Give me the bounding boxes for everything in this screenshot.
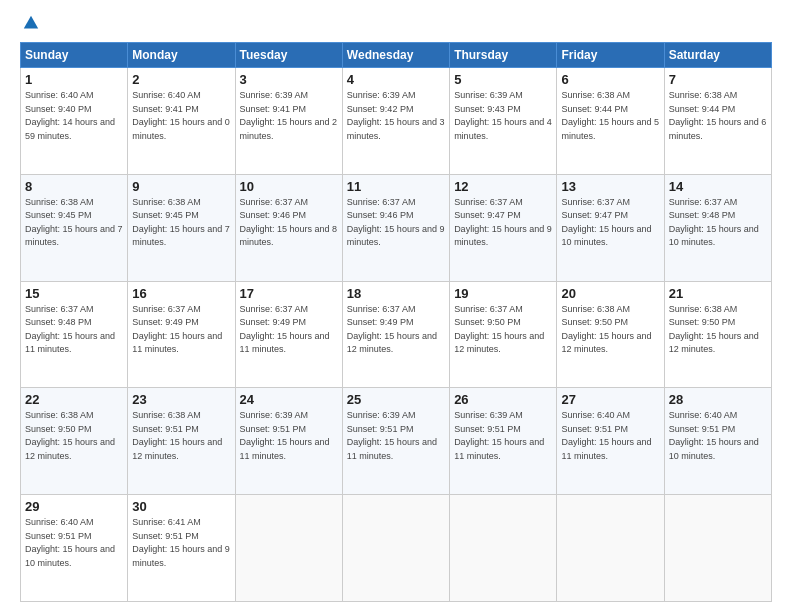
day-info: Sunrise: 6:37 AMSunset: 9:47 PMDaylight:… [561, 197, 651, 248]
table-row: 2 Sunrise: 6:40 AMSunset: 9:41 PMDayligh… [128, 68, 235, 175]
day-info: Sunrise: 6:40 AMSunset: 9:51 PMDaylight:… [561, 410, 651, 461]
table-row: 8 Sunrise: 6:38 AMSunset: 9:45 PMDayligh… [21, 174, 128, 281]
empty-cell [235, 495, 342, 602]
day-info: Sunrise: 6:38 AMSunset: 9:45 PMDaylight:… [25, 197, 123, 248]
day-info: Sunrise: 6:40 AMSunset: 9:51 PMDaylight:… [669, 410, 759, 461]
day-info: Sunrise: 6:40 AMSunset: 9:41 PMDaylight:… [132, 90, 230, 141]
table-row: 6 Sunrise: 6:38 AMSunset: 9:44 PMDayligh… [557, 68, 664, 175]
table-row: 22 Sunrise: 6:38 AMSunset: 9:50 PMDaylig… [21, 388, 128, 495]
table-row: 20 Sunrise: 6:38 AMSunset: 9:50 PMDaylig… [557, 281, 664, 388]
table-row: 10 Sunrise: 6:37 AMSunset: 9:46 PMDaylig… [235, 174, 342, 281]
calendar-week-row: 22 Sunrise: 6:38 AMSunset: 9:50 PMDaylig… [21, 388, 772, 495]
table-row: 5 Sunrise: 6:39 AMSunset: 9:43 PMDayligh… [450, 68, 557, 175]
day-number: 12 [454, 179, 552, 194]
day-info: Sunrise: 6:39 AMSunset: 9:41 PMDaylight:… [240, 90, 338, 141]
day-info: Sunrise: 6:40 AMSunset: 9:40 PMDaylight:… [25, 90, 115, 141]
day-number: 26 [454, 392, 552, 407]
table-row: 15 Sunrise: 6:37 AMSunset: 9:48 PMDaylig… [21, 281, 128, 388]
day-info: Sunrise: 6:37 AMSunset: 9:47 PMDaylight:… [454, 197, 552, 248]
table-row: 4 Sunrise: 6:39 AMSunset: 9:42 PMDayligh… [342, 68, 449, 175]
day-info: Sunrise: 6:38 AMSunset: 9:44 PMDaylight:… [561, 90, 659, 141]
day-info: Sunrise: 6:37 AMSunset: 9:46 PMDaylight:… [240, 197, 338, 248]
day-info: Sunrise: 6:37 AMSunset: 9:46 PMDaylight:… [347, 197, 445, 248]
logo [20, 16, 40, 32]
table-row: 29 Sunrise: 6:40 AMSunset: 9:51 PMDaylig… [21, 495, 128, 602]
calendar-week-row: 29 Sunrise: 6:40 AMSunset: 9:51 PMDaylig… [21, 495, 772, 602]
table-row: 13 Sunrise: 6:37 AMSunset: 9:47 PMDaylig… [557, 174, 664, 281]
day-number: 21 [669, 286, 767, 301]
day-number: 8 [25, 179, 123, 194]
col-sunday: Sunday [21, 43, 128, 68]
day-number: 3 [240, 72, 338, 87]
col-tuesday: Tuesday [235, 43, 342, 68]
day-number: 6 [561, 72, 659, 87]
table-row: 11 Sunrise: 6:37 AMSunset: 9:46 PMDaylig… [342, 174, 449, 281]
table-row: 14 Sunrise: 6:37 AMSunset: 9:48 PMDaylig… [664, 174, 771, 281]
day-number: 11 [347, 179, 445, 194]
col-wednesday: Wednesday [342, 43, 449, 68]
col-friday: Friday [557, 43, 664, 68]
day-number: 22 [25, 392, 123, 407]
day-number: 5 [454, 72, 552, 87]
day-info: Sunrise: 6:37 AMSunset: 9:50 PMDaylight:… [454, 304, 544, 355]
day-info: Sunrise: 6:38 AMSunset: 9:50 PMDaylight:… [561, 304, 651, 355]
day-info: Sunrise: 6:37 AMSunset: 9:49 PMDaylight:… [132, 304, 222, 355]
day-number: 18 [347, 286, 445, 301]
day-number: 10 [240, 179, 338, 194]
calendar-week-row: 8 Sunrise: 6:38 AMSunset: 9:45 PMDayligh… [21, 174, 772, 281]
day-number: 2 [132, 72, 230, 87]
table-row: 26 Sunrise: 6:39 AMSunset: 9:51 PMDaylig… [450, 388, 557, 495]
day-number: 15 [25, 286, 123, 301]
day-number: 1 [25, 72, 123, 87]
logo-icon [22, 14, 40, 32]
empty-cell [342, 495, 449, 602]
table-row: 28 Sunrise: 6:40 AMSunset: 9:51 PMDaylig… [664, 388, 771, 495]
table-row: 3 Sunrise: 6:39 AMSunset: 9:41 PMDayligh… [235, 68, 342, 175]
day-number: 29 [25, 499, 123, 514]
empty-cell [557, 495, 664, 602]
day-number: 20 [561, 286, 659, 301]
day-info: Sunrise: 6:38 AMSunset: 9:50 PMDaylight:… [25, 410, 115, 461]
day-number: 19 [454, 286, 552, 301]
day-number: 9 [132, 179, 230, 194]
day-info: Sunrise: 6:40 AMSunset: 9:51 PMDaylight:… [25, 517, 115, 568]
page: Sunday Monday Tuesday Wednesday Thursday… [0, 0, 792, 612]
day-info: Sunrise: 6:39 AMSunset: 9:42 PMDaylight:… [347, 90, 445, 141]
calendar-header-row: Sunday Monday Tuesday Wednesday Thursday… [21, 43, 772, 68]
table-row: 25 Sunrise: 6:39 AMSunset: 9:51 PMDaylig… [342, 388, 449, 495]
day-number: 14 [669, 179, 767, 194]
svg-marker-0 [24, 16, 38, 29]
table-row: 9 Sunrise: 6:38 AMSunset: 9:45 PMDayligh… [128, 174, 235, 281]
day-info: Sunrise: 6:38 AMSunset: 9:44 PMDaylight:… [669, 90, 767, 141]
day-number: 4 [347, 72, 445, 87]
day-info: Sunrise: 6:38 AMSunset: 9:50 PMDaylight:… [669, 304, 759, 355]
day-info: Sunrise: 6:39 AMSunset: 9:51 PMDaylight:… [240, 410, 330, 461]
table-row: 16 Sunrise: 6:37 AMSunset: 9:49 PMDaylig… [128, 281, 235, 388]
day-number: 13 [561, 179, 659, 194]
day-info: Sunrise: 6:37 AMSunset: 9:48 PMDaylight:… [669, 197, 759, 248]
table-row: 1 Sunrise: 6:40 AMSunset: 9:40 PMDayligh… [21, 68, 128, 175]
day-info: Sunrise: 6:39 AMSunset: 9:51 PMDaylight:… [454, 410, 544, 461]
day-info: Sunrise: 6:41 AMSunset: 9:51 PMDaylight:… [132, 517, 230, 568]
day-info: Sunrise: 6:39 AMSunset: 9:43 PMDaylight:… [454, 90, 552, 141]
day-number: 30 [132, 499, 230, 514]
calendar-table: Sunday Monday Tuesday Wednesday Thursday… [20, 42, 772, 602]
table-row: 21 Sunrise: 6:38 AMSunset: 9:50 PMDaylig… [664, 281, 771, 388]
table-row: 24 Sunrise: 6:39 AMSunset: 9:51 PMDaylig… [235, 388, 342, 495]
table-row: 18 Sunrise: 6:37 AMSunset: 9:49 PMDaylig… [342, 281, 449, 388]
table-row: 23 Sunrise: 6:38 AMSunset: 9:51 PMDaylig… [128, 388, 235, 495]
empty-cell [450, 495, 557, 602]
col-thursday: Thursday [450, 43, 557, 68]
table-row: 12 Sunrise: 6:37 AMSunset: 9:47 PMDaylig… [450, 174, 557, 281]
day-number: 24 [240, 392, 338, 407]
day-info: Sunrise: 6:37 AMSunset: 9:49 PMDaylight:… [240, 304, 330, 355]
table-row: 27 Sunrise: 6:40 AMSunset: 9:51 PMDaylig… [557, 388, 664, 495]
empty-cell [664, 495, 771, 602]
day-info: Sunrise: 6:37 AMSunset: 9:49 PMDaylight:… [347, 304, 437, 355]
day-info: Sunrise: 6:38 AMSunset: 9:45 PMDaylight:… [132, 197, 230, 248]
table-row: 30 Sunrise: 6:41 AMSunset: 9:51 PMDaylig… [128, 495, 235, 602]
calendar-week-row: 15 Sunrise: 6:37 AMSunset: 9:48 PMDaylig… [21, 281, 772, 388]
day-number: 17 [240, 286, 338, 301]
day-info: Sunrise: 6:39 AMSunset: 9:51 PMDaylight:… [347, 410, 437, 461]
col-monday: Monday [128, 43, 235, 68]
